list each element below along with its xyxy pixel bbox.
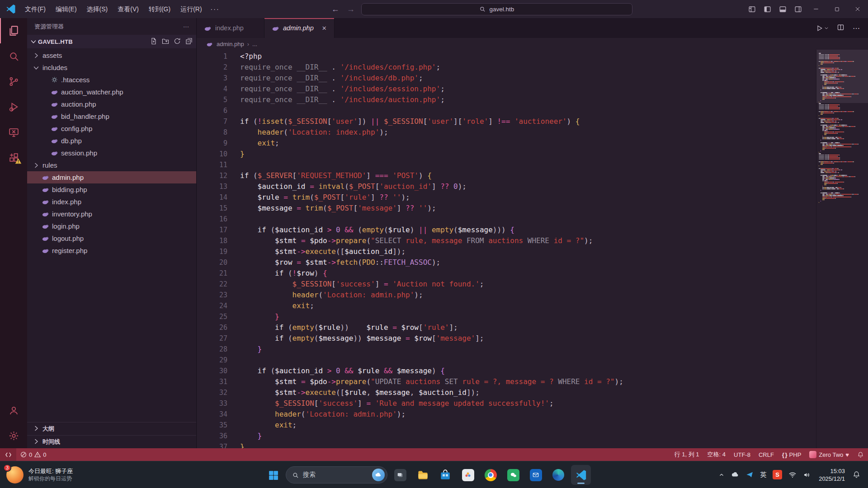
- paper-plane-icon[interactable]: [743, 461, 757, 488]
- widgets-button[interactable]: 3 今日最旺: 狮子座 解锁你的每日运势: [0, 461, 79, 488]
- language-mode[interactable]: { } PHP: [778, 448, 805, 461]
- code-line[interactable]: 14 $rule = trim($_POST['rule'] ?? '');: [197, 192, 816, 203]
- code-line[interactable]: 21 if (!$row) {: [197, 268, 816, 279]
- code-line[interactable]: 15 $message = trim($_POST['message'] ?? …: [197, 203, 816, 214]
- menu-item-2[interactable]: 选择(S): [82, 3, 113, 15]
- run-debug-icon[interactable]: [0, 94, 27, 119]
- code-line[interactable]: 11: [197, 160, 816, 170]
- code-editor[interactable]: 1<?php2require_once __DIR__ . '/includes…: [197, 50, 816, 448]
- refresh-icon[interactable]: [174, 38, 181, 46]
- code-line[interactable]: 7if (!isset($_SESSION['user']) || $_SESS…: [197, 116, 816, 127]
- accounts-icon[interactable]: [0, 398, 27, 423]
- new-folder-icon[interactable]: [162, 38, 169, 46]
- remote-explorer-icon[interactable]: [0, 119, 27, 145]
- code-line[interactable]: 33 $_SESSION['success'] = 'Rule and mess…: [197, 398, 816, 409]
- code-line[interactable]: 27 if (empty($message)) $message = $row[…: [197, 333, 816, 344]
- breadcrumb-symbol[interactable]: ...: [252, 41, 257, 47]
- indentation-setting[interactable]: 空格: 4: [703, 448, 730, 461]
- tree-file-bid_handler.php[interactable]: bid_handler.php: [27, 110, 196, 122]
- code-line[interactable]: 28 }: [197, 344, 816, 355]
- history-forward-icon[interactable]: →: [346, 5, 356, 14]
- code-line[interactable]: 31 $stmt = $pdo->prepare("UPDATE auction…: [197, 376, 816, 387]
- menu-item-0[interactable]: 文件(F): [20, 3, 51, 15]
- ime-indicator[interactable]: 英: [757, 461, 769, 488]
- menu-item-3[interactable]: 查看(V): [113, 3, 144, 15]
- tree-file-db.php[interactable]: db.php: [27, 135, 196, 147]
- run-php-button[interactable]: [816, 24, 829, 32]
- tree-file-admin.php[interactable]: admin.php: [27, 171, 196, 183]
- menu-overflow-button[interactable]: ···: [207, 5, 223, 13]
- tree-file-register.php[interactable]: register.php: [27, 244, 196, 257]
- tab-admin.php[interactable]: admin.php✕: [264, 18, 335, 38]
- collapse-all-icon[interactable]: [185, 38, 193, 46]
- menu-item-4[interactable]: 转到(G): [144, 3, 175, 15]
- code-line[interactable]: 5require_once __DIR__ . '/includes/aucti…: [197, 94, 816, 105]
- code-line[interactable]: 36 }: [197, 431, 816, 441]
- file-explorer-button[interactable]: [413, 465, 433, 485]
- taskbar-clock[interactable]: 15:03 2025/12/1: [814, 467, 849, 483]
- command-center-search[interactable]: gavel.htb: [361, 3, 632, 15]
- hidden-icons-chevron[interactable]: [715, 461, 728, 488]
- settings-gear-icon[interactable]: [0, 423, 27, 448]
- code-line[interactable]: 35 exit;: [197, 420, 816, 431]
- tree-folder-assets[interactable]: assets: [27, 49, 196, 61]
- code-line[interactable]: 37}: [197, 441, 816, 448]
- tree-file-.htaccess[interactable]: .htaccess: [27, 74, 196, 86]
- minimize-button[interactable]: [806, 0, 826, 18]
- code-line[interactable]: 9 exit;: [197, 138, 816, 149]
- problems-indicator[interactable]: 0 0: [16, 448, 50, 461]
- tree-file-login.php[interactable]: login.php: [27, 220, 196, 232]
- messaging-app-button[interactable]: [503, 465, 523, 485]
- breadcrumb[interactable]: admin.php › ...: [197, 38, 868, 50]
- tree-file-session.php[interactable]: session.php: [27, 147, 196, 159]
- close-button[interactable]: [847, 0, 868, 18]
- project-header[interactable]: GAVEL.HTB: [27, 35, 196, 48]
- code-line[interactable]: 1<?php: [197, 51, 816, 62]
- tree-file-auction_watcher.php[interactable]: auction_watcher.php: [27, 86, 196, 98]
- code-line[interactable]: 29: [197, 355, 816, 366]
- minimap[interactable]: [816, 50, 868, 448]
- remote-window-icon[interactable]: [0, 448, 16, 461]
- customize-layout-icon[interactable]: [744, 0, 760, 18]
- maximize-button[interactable]: [826, 0, 847, 18]
- sidebar-panel-0[interactable]: 大纲: [27, 422, 196, 435]
- history-back-icon[interactable]: ←: [330, 5, 340, 14]
- toggle-panel-icon[interactable]: [775, 0, 790, 18]
- code-line[interactable]: 8 header('Location: index.php');: [197, 127, 816, 138]
- code-line[interactable]: 22 $_SESSION['success'] = 'Auction not f…: [197, 279, 816, 290]
- code-line[interactable]: 20 $row = $stmt->fetch(PDO::FETCH_ASSOC)…: [197, 257, 816, 268]
- onedrive-icon[interactable]: [728, 461, 743, 488]
- code-line[interactable]: 13 $auction_id = intval($_POST['auction_…: [197, 181, 816, 192]
- toggle-secondary-sidebar-icon[interactable]: [790, 0, 806, 18]
- edge-button[interactable]: [548, 465, 568, 485]
- tree-file-config.php[interactable]: config.php: [27, 122, 196, 135]
- code-line[interactable]: 10}: [197, 149, 816, 160]
- source-control-icon[interactable]: [0, 69, 27, 94]
- tree-file-inventory.php[interactable]: inventory.php: [27, 208, 196, 220]
- toggle-sidebar-icon[interactable]: [760, 0, 775, 18]
- split-editor-icon[interactable]: [837, 23, 844, 33]
- code-line[interactable]: 24 exit;: [197, 300, 816, 311]
- code-line[interactable]: 12if ($_SERVER['REQUEST_METHOD'] === 'PO…: [197, 170, 816, 181]
- breadcrumb-file[interactable]: admin.php: [217, 41, 244, 47]
- code-line[interactable]: 25 }: [197, 311, 816, 322]
- code-line[interactable]: 30 if ($auction_id > 0 && $rule && $mess…: [197, 366, 816, 376]
- start-button[interactable]: [263, 465, 283, 485]
- extensions-icon[interactable]: [0, 145, 27, 170]
- wifi-icon[interactable]: [785, 461, 800, 488]
- mail-app-button[interactable]: [526, 465, 546, 485]
- code-line[interactable]: 16: [197, 214, 816, 225]
- tree-file-auction.php[interactable]: auction.php: [27, 98, 196, 110]
- menu-item-1[interactable]: 编辑(E): [51, 3, 82, 15]
- notification-center-icon[interactable]: [849, 461, 863, 488]
- notifications-bell-icon[interactable]: [853, 448, 868, 461]
- code-line[interactable]: 4require_once __DIR__ . '/includes/sessi…: [197, 84, 816, 94]
- minimap-slider[interactable]: [816, 50, 868, 103]
- code-line[interactable]: 23 header('Location: admin.php');: [197, 290, 816, 300]
- menu-item-5[interactable]: 运行(R): [175, 3, 207, 15]
- microsoft-store-button[interactable]: [435, 465, 455, 485]
- code-line[interactable]: 19 $stmt->execute([$auction_id]);: [197, 246, 816, 257]
- tree-file-index.php[interactable]: index.php: [27, 196, 196, 208]
- encoding-setting[interactable]: UTF-8: [730, 448, 755, 461]
- code-line[interactable]: 18 $stmt = $pdo->prepare("SELECT rule, m…: [197, 235, 816, 246]
